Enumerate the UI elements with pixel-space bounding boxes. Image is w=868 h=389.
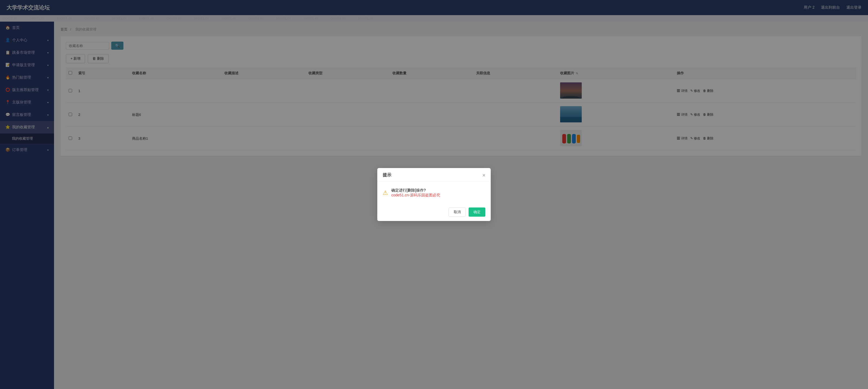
warning-icon: ⚠ [383,189,388,197]
cancel-button[interactable]: 取消 [448,207,466,217]
dialog-title: 提示 [383,172,391,178]
dialog-overlay[interactable]: 提示 × ⚠ 确定进行[删除]操作? code51.cn-源码乐园盗图必究 取消… [0,0,868,389]
dialog-footer: 取消 确定 [377,204,491,221]
confirm-button[interactable]: 确定 [469,207,485,217]
watermark-text: code51.cn-源码乐园盗图必究 [391,193,440,198]
confirm-dialog: 提示 × ⚠ 确定进行[删除]操作? code51.cn-源码乐园盗图必究 取消… [377,168,491,221]
dialog-close-button[interactable]: × [482,173,485,178]
dialog-body: ⚠ 确定进行[删除]操作? code51.cn-源码乐园盗图必究 [377,182,491,204]
dialog-header: 提示 × [377,168,491,182]
dialog-message: 确定进行[删除]操作? code51.cn-源码乐园盗图必究 [391,188,440,198]
